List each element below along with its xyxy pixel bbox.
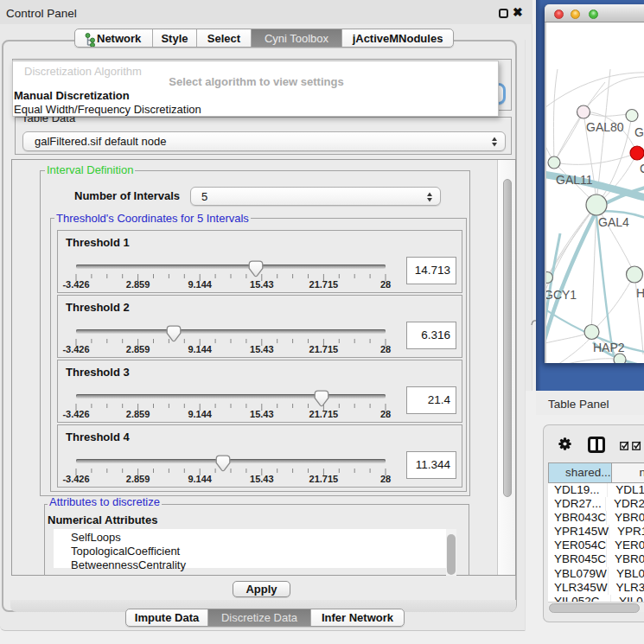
svg-text:GA: GA [634, 125, 644, 139]
svg-text:GAL11: GAL11 [556, 173, 593, 187]
svg-text:GCY1: GCY1 [546, 288, 577, 302]
svg-text:GAL80: GAL80 [586, 120, 624, 134]
svg-text:GAL4: GAL4 [598, 215, 629, 229]
svg-text:H: H [636, 286, 644, 300]
svg-text:HAP2: HAP2 [593, 341, 625, 354]
svg-text:C: C [640, 162, 644, 175]
